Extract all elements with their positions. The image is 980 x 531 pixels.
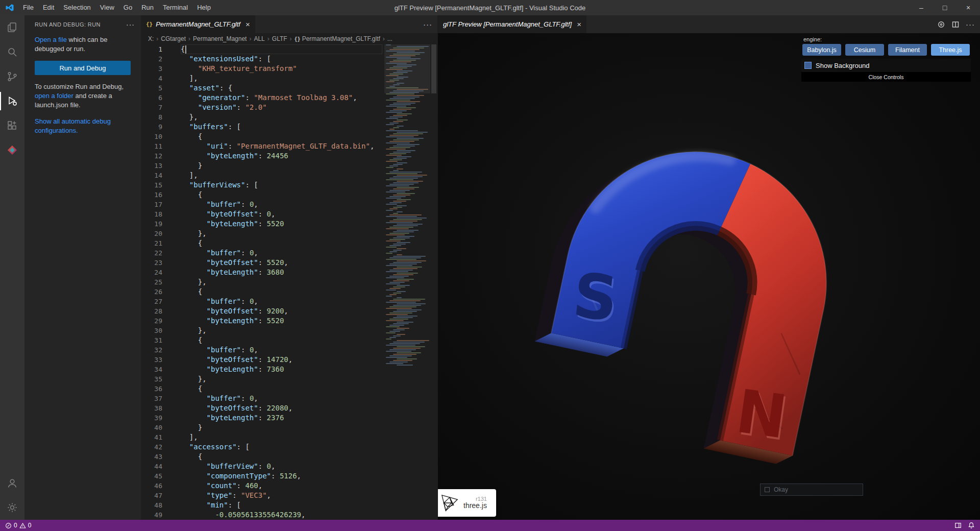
preview-more-actions-icon[interactable]: ··· <box>966 20 975 29</box>
account-icon[interactable] <box>0 471 24 495</box>
engine-threejs-button[interactable]: Three.js <box>931 44 970 56</box>
run-and-debug-button[interactable]: Run and Debug <box>35 61 131 75</box>
extensions-icon[interactable] <box>0 113 24 138</box>
code-line[interactable]: }, <box>181 229 382 238</box>
breadcrumb-all[interactable]: ALL <box>254 35 264 42</box>
menu-terminal[interactable]: Terminal <box>158 0 192 15</box>
tab-close-icon[interactable]: × <box>246 20 250 29</box>
show-background-checkbox[interactable] <box>804 62 812 69</box>
code-line[interactable]: { <box>181 287 382 297</box>
menu-edit[interactable]: Edit <box>38 0 59 15</box>
tab-gltf-file[interactable]: {} PermanentMagnet_GLTF.gltf × <box>141 15 255 33</box>
search-icon[interactable] <box>0 40 24 64</box>
code-line[interactable]: }, <box>181 374 382 384</box>
code-line[interactable]: }, <box>181 112 382 122</box>
code-line[interactable]: "byteLength": 5520 <box>181 219 382 229</box>
close-window-button[interactable]: × <box>957 0 980 15</box>
preview-tab-close-icon[interactable]: × <box>577 20 581 29</box>
code-line[interactable]: "byteOffset": 9200, <box>181 306 382 316</box>
minimize-button[interactable]: – <box>910 0 933 15</box>
code-line[interactable]: }, <box>181 277 382 287</box>
menu-help[interactable]: Help <box>192 0 215 15</box>
code-line[interactable]: "byteLength": 5520 <box>181 316 382 326</box>
menu-go[interactable]: Go <box>119 0 137 15</box>
code-line[interactable]: ], <box>181 432 382 442</box>
breadcrumb-cgtarget[interactable]: CGtarget <box>161 35 186 42</box>
okay-button[interactable]: Okay <box>760 484 863 496</box>
editor-more-actions-icon[interactable]: ··· <box>423 20 432 29</box>
open-folder-link[interactable]: open a folder <box>35 92 74 100</box>
engine-filament-button[interactable]: Filament <box>888 44 927 56</box>
source-control-icon[interactable] <box>0 64 24 89</box>
code-line[interactable]: } <box>181 161 382 171</box>
code-line[interactable]: ], <box>181 74 382 83</box>
code-line[interactable]: "byteOffset": 5520, <box>181 258 382 268</box>
code-line[interactable]: "count": 460, <box>181 481 382 491</box>
code-line[interactable]: "buffer": 0, <box>181 297 382 306</box>
engine-cesium-button[interactable]: Cesium <box>845 44 884 56</box>
code-line[interactable]: "buffer": 0, <box>181 345 382 355</box>
threejs-badge[interactable]: r131 three.js <box>438 489 496 517</box>
code-line[interactable]: "type": "VEC3", <box>181 491 382 500</box>
code-line[interactable]: "buffer": 0, <box>181 394 382 403</box>
code-line[interactable]: { <box>181 452 382 462</box>
problems-indicator[interactable]: 0 0 <box>5 522 31 529</box>
menu-view[interactable]: View <box>95 0 119 15</box>
code-line[interactable]: "byteLength": 3680 <box>181 268 382 277</box>
breadcrumb-symbol-ellipsis[interactable]: ... <box>387 35 393 42</box>
show-debug-configs-link[interactable]: Show all automatic debug configurations. <box>35 117 111 134</box>
code-line[interactable]: "buffer": 0, <box>181 248 382 258</box>
code-editor[interactable]: 1234567891011121314151617181920212223242… <box>141 44 437 520</box>
menu-run[interactable]: Run <box>137 0 158 15</box>
preview-settings-icon[interactable] <box>937 20 945 29</box>
menu-file[interactable]: File <box>18 0 38 15</box>
code-line[interactable]: "KHR_texture_transform" <box>181 64 382 74</box>
code-line[interactable]: "generator": "Marmoset Toolbag 3.08", <box>181 93 382 103</box>
code-line[interactable]: { <box>181 335 382 345</box>
code-line[interactable]: "version": "2.0" <box>181 103 382 112</box>
layout-icon[interactable] <box>954 522 962 529</box>
gltf-extension-icon[interactable] <box>0 138 24 162</box>
code-line[interactable]: { <box>181 132 382 141</box>
maximize-button[interactable]: □ <box>933 0 957 15</box>
menu-selection[interactable]: Selection <box>59 0 95 15</box>
minimap[interactable] <box>384 44 430 520</box>
engine-babylonjs-button[interactable]: Babylon.js <box>802 44 841 56</box>
breadcrumb-drive[interactable]: X: <box>148 35 154 42</box>
code-line[interactable]: "byteLength": 7360 <box>181 365 382 374</box>
code-line[interactable]: -0.05056133556426239, <box>181 510 382 520</box>
code-line[interactable]: "extensionsUsed": [ <box>181 54 382 64</box>
code-line[interactable]: } <box>181 423 382 432</box>
code-line[interactable]: "buffers": [ <box>181 122 382 132</box>
code-line[interactable]: { <box>181 44 382 54</box>
open-file-link[interactable]: Open a file <box>35 36 67 43</box>
code-line[interactable]: "asset": { <box>181 83 382 93</box>
tab-gltf-preview[interactable]: glTF Preview [PermanentMagnet_GLTF.gltf]… <box>438 15 586 33</box>
breadcrumb-gltf-folder[interactable]: GLTF <box>272 35 287 42</box>
code-line[interactable]: { <box>181 384 382 394</box>
sidebar-more-actions-icon[interactable]: ··· <box>126 20 135 29</box>
editor-scrollbar[interactable] <box>430 44 437 520</box>
gltf-preview-canvas[interactable]: S S N N engine: Babylon.js Cesi <box>438 33 980 520</box>
code-line[interactable]: "byteLength": 24456 <box>181 151 382 161</box>
magnet-3d-model[interactable]: S S N N <box>503 134 869 471</box>
close-controls-button[interactable]: Close Controls <box>801 72 971 82</box>
code-line[interactable]: "min": [ <box>181 500 382 510</box>
settings-gear-icon[interactable] <box>0 495 24 520</box>
breadcrumb-file[interactable]: PermanentMagnet_GLTF.gltf <box>302 35 380 42</box>
code-line[interactable]: "uri": "PermanentMagnet_GLTF_data.bin", <box>181 141 382 151</box>
code-line[interactable]: "byteOffset": 22080, <box>181 403 382 413</box>
code-line[interactable]: { <box>181 190 382 200</box>
code-line[interactable]: "buffer": 0, <box>181 200 382 209</box>
split-editor-icon[interactable] <box>951 20 960 29</box>
code-line[interactable]: "bufferView": 0, <box>181 462 382 471</box>
code-line[interactable]: ], <box>181 171 382 180</box>
breadcrumb-permanent-magnet[interactable]: Permanent_Magnet <box>193 35 247 42</box>
code-line[interactable]: "componentType": 5126, <box>181 471 382 481</box>
notifications-bell-icon[interactable] <box>968 522 975 529</box>
code-line[interactable]: "byteOffset": 14720, <box>181 355 382 365</box>
code-line[interactable]: "accessors": [ <box>181 442 382 452</box>
minimap-slider[interactable] <box>384 44 430 93</box>
code-line[interactable]: "byteOffset": 0, <box>181 209 382 219</box>
code-line[interactable]: { <box>181 238 382 248</box>
